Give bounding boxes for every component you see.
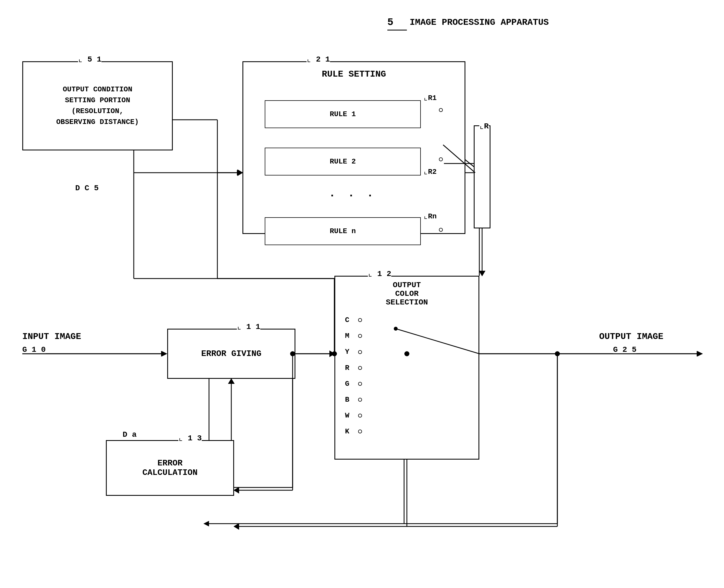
svg-marker-39: [233, 487, 239, 493]
r-terminal: [474, 125, 491, 228]
title-text: IMAGE PROCESSING APPARATUS: [410, 17, 549, 28]
da-label: D a: [123, 430, 137, 439]
dc5-label: D C 5: [75, 184, 99, 192]
rule2-box: RULE 2: [265, 148, 421, 175]
ref-r1: ⌞R1: [423, 93, 437, 102]
output-color-selection-box: OUTPUTCOLORSELECTION C M Y R G B W K: [334, 276, 479, 460]
ref-21: ⌞ 2 1: [307, 54, 330, 64]
svg-point-17: [555, 352, 560, 356]
input-image-label: INPUT IMAGE: [22, 332, 81, 342]
ref-11: ⌞ 1 1: [237, 322, 260, 331]
svg-marker-54: [237, 169, 243, 176]
svg-marker-24: [237, 170, 243, 175]
svg-marker-19: [697, 351, 702, 357]
output-image-label: OUTPUT IMAGE: [599, 332, 663, 342]
svg-marker-50: [479, 271, 485, 276]
svg-marker-46: [233, 523, 239, 530]
input-image-ref: G 1 0: [22, 345, 46, 354]
svg-marker-43: [697, 351, 703, 357]
svg-marker-10: [203, 521, 209, 526]
output-condition-box: OUTPUT CONDITIONSETTING PORTION(RESOLUTI…: [22, 61, 173, 150]
dots: · · ·: [329, 189, 376, 202]
output-image-ref: G 2 5: [613, 345, 637, 354]
r2-circle: [439, 158, 443, 161]
svg-marker-2: [162, 351, 167, 357]
svg-marker-34: [161, 351, 167, 357]
rn-circle: [439, 228, 443, 232]
ref-12: ⌞ 1 2: [368, 269, 391, 278]
svg-point-41: [555, 351, 560, 356]
r1-circle: [439, 108, 443, 112]
ref-rn: ⌞Rn: [423, 212, 437, 220]
ref-51: ⌞ 5 1: [78, 54, 101, 64]
rulen-box: RULE n: [265, 217, 421, 245]
title-number: 5: [387, 17, 393, 28]
ref-r: ⌞R: [479, 121, 489, 131]
ref-13: ⌞ 1 3: [178, 433, 202, 443]
error-giving-box: ERROR GIVING: [167, 329, 295, 379]
svg-marker-59: [329, 351, 335, 357]
rule1-box: RULE 1: [265, 100, 421, 128]
svg-marker-62: [228, 378, 235, 384]
error-calculation-box: ERRORCALCULATION: [106, 440, 234, 496]
ref-r2: ⌞R2: [423, 167, 437, 176]
